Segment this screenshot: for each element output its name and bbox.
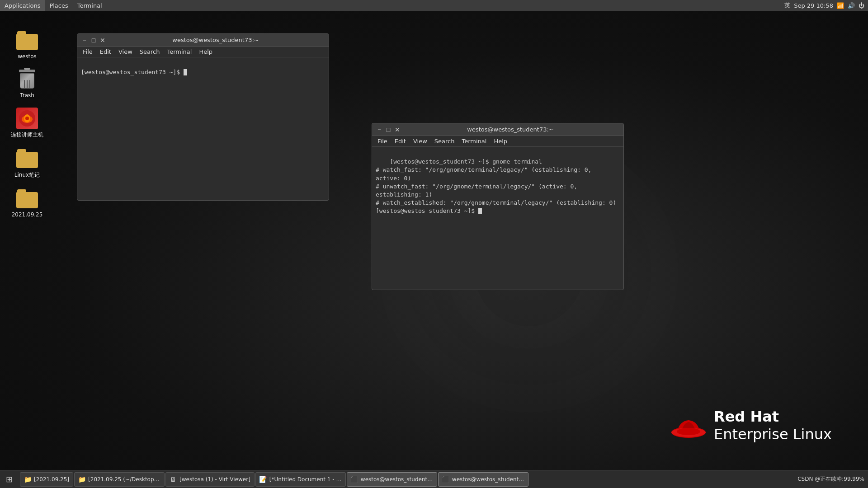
terminal2-line-0: [westos@westos_student73 ~]$ gnome-termi… (390, 158, 542, 165)
menubar-terminal[interactable]: Terminal (73, 0, 107, 11)
taskbar-gedit-icon: 📝 (259, 476, 267, 483)
terminal2-content[interactable]: [westos@westos_student73 ~]$ gnome-termi… (372, 147, 623, 290)
desktop-icon-connect[interactable]: 连接讲师主机 (4, 104, 51, 142)
terminal1-menu-terminal[interactable]: Terminal (163, 47, 195, 56)
taskbar: ⊞ 📁 [2021.09.25] 📁 [2021.09.25 (~/Deskto… (0, 470, 868, 488)
taskbar-terminal-icon-2: ⬛ (442, 476, 449, 483)
connect-icon (16, 108, 38, 129)
terminal1-menu-help[interactable]: Help (195, 47, 216, 56)
taskbar-terminal-icon-1: ⬛ (351, 476, 358, 483)
taskbar-item-virt[interactable]: 🖥 [westosa (1) - Virt Viewer] (165, 472, 255, 487)
taskbar-folder-icon-2: 📁 (78, 476, 85, 483)
terminal2-menu-terminal[interactable]: Terminal (458, 137, 490, 145)
menubar-places[interactable]: Places (45, 0, 72, 11)
terminal2-menu-view[interactable]: View (410, 137, 431, 145)
terminal1-menu-search[interactable]: Search (136, 47, 164, 56)
trash-icon (16, 69, 38, 90)
desktop-icon-linux-notes[interactable]: Linux笔记 (4, 144, 51, 183)
terminal1-controls: － □ ✕ (81, 37, 106, 44)
folder-icon-linux-notes (16, 148, 38, 169)
redhat-line2: Enterprise Linux (714, 426, 832, 443)
terminal2-line-2: # unwatch_fast: "/org/gnome/terminal/leg… (376, 183, 581, 198)
terminal2-line-4: [westos@westos_student73 ~]$ (376, 207, 478, 214)
taskbar-item-gedit[interactable]: 📝 [*Untitled Document 1 - gedit] (255, 472, 346, 487)
redhat-line1: Red Hat (714, 408, 832, 425)
taskbar-show-desktop-button[interactable]: ⊞ (2, 472, 16, 487)
menubar-left: Applications Places Terminal (0, 0, 107, 11)
folder-icon-westos (16, 30, 38, 52)
terminal1-menu-edit[interactable]: Edit (96, 47, 115, 56)
terminal1-titlebar: － □ ✕ westos@westos_student73:~ (77, 34, 329, 47)
taskbar-item-files1[interactable]: 📁 [2021.09.25] (20, 472, 73, 487)
svg-point-6 (25, 117, 29, 120)
terminal1-menu-file[interactable]: File (79, 47, 96, 56)
terminal2-close-button[interactable]: ✕ (394, 126, 401, 133)
terminal2-title: westos@westos_student73:~ (401, 126, 620, 133)
top-menubar: Applications Places Terminal 英 Sep 29 10… (0, 0, 868, 11)
terminal-window-1: － □ ✕ westos@westos_student73:~ File Edi… (77, 33, 329, 201)
menubar-lang: 英 (784, 1, 790, 9)
terminal2-menubar: FileEditViewSearchTerminalHelp (372, 136, 623, 147)
taskbar-item-term1[interactable]: ⬛ westos@westos_student73:~ (347, 472, 437, 487)
desktop-icon-label-trash: Trash (20, 92, 34, 99)
terminal2-menu-file[interactable]: File (374, 137, 391, 145)
desktop-icon-label-connect: 连接讲师主机 (11, 131, 43, 139)
terminal2-controls: － □ ✕ (376, 126, 401, 133)
taskbar-left: ⊞ (0, 472, 18, 487)
terminal1-menubar: File Edit View Search Terminal Help (77, 47, 329, 57)
terminal1-close-button[interactable]: ✕ (99, 37, 106, 44)
redhat-text: Red Hat Enterprise Linux (714, 408, 832, 443)
terminal1-maximize-button[interactable]: □ (90, 37, 97, 44)
desktop-icon-label-westos: westos (18, 53, 37, 60)
terminal2-titlebar: － □ ✕ westos@westos_student73:~ (372, 123, 623, 136)
menubar-right: 英 Sep 29 10:58 📶 🔊 ⏻ (784, 1, 868, 9)
terminal2-minimize-button[interactable]: － (376, 126, 383, 133)
terminal1-content[interactable]: [westos@westos_student73 ~]$ (77, 57, 329, 200)
taskbar-network-status: CSDN @正在续冲:99.99% (797, 475, 864, 483)
desktop-icon-label-linux-notes: Linux笔记 (14, 171, 40, 179)
taskbar-item-term2[interactable]: ⬛ westos@westos_student73:~ (438, 472, 528, 487)
terminal-window-2: － □ ✕ westos@westos_student73:~ FileEdit… (372, 123, 624, 290)
taskbar-item-files2[interactable]: 📁 [2021.09.25 (~/Desktop/2021.09.2... (74, 472, 165, 487)
terminal1-minimize-button[interactable]: － (81, 37, 88, 44)
taskbar-right: CSDN @正在续冲:99.99% (794, 475, 868, 483)
taskbar-item-label-term1: westos@westos_student73:~ (361, 476, 433, 483)
terminal1-title: westos@westos_student73:~ (106, 37, 325, 43)
desktop-icon-trash[interactable]: Trash (4, 65, 51, 102)
terminal1-cursor (184, 69, 187, 75)
taskbar-virt-icon: 🖥 (170, 476, 177, 483)
power-icon: ⏻ (859, 2, 864, 9)
desktop-icon-label-date-folder: 2021.09.25 (12, 211, 43, 218)
terminal2-menu-help[interactable]: Help (490, 137, 511, 145)
taskbar-item-label-files2: [2021.09.25 (~/Desktop/2021.09.2... (88, 476, 160, 483)
taskbar-item-label-virt: [westosa (1) - Virt Viewer] (179, 476, 250, 483)
taskbar-items: 📁 [2021.09.25] 📁 [2021.09.25 (~/Desktop/… (18, 472, 794, 487)
desktop-icon-date-folder[interactable]: 2021.09.25 (4, 184, 51, 221)
terminal2-menu-edit[interactable]: Edit (391, 137, 410, 145)
svg-point-10 (677, 428, 700, 435)
taskbar-folder-icon-1: 📁 (24, 476, 31, 483)
terminal2-cursor (478, 208, 482, 214)
desktop-icons: westos Trash (0, 22, 54, 228)
taskbar-item-label-term2: westos@westos_student73:~ (452, 476, 524, 483)
terminal2-maximize-button[interactable]: □ (385, 126, 392, 133)
folder-icon-date (16, 188, 38, 210)
terminal2-line-3: # watch_established: "/org/gnome/termina… (376, 199, 616, 206)
terminal1-menu-view[interactable]: View (115, 47, 136, 56)
desktop: westos Trash (0, 11, 868, 470)
volume-icon: 🔊 (848, 2, 855, 9)
terminal2-menu-search[interactable]: Search (431, 137, 458, 145)
taskbar-item-label-files1: [2021.09.25] (34, 476, 69, 483)
menubar-datetime: Sep 29 10:58 (794, 2, 833, 9)
desktop-icon-westos[interactable]: westos (4, 26, 51, 63)
taskbar-item-label-gedit: [*Untitled Document 1 - gedit] (269, 476, 342, 483)
redhat-hat-icon (670, 412, 707, 439)
redhat-logo: Red Hat Enterprise Linux (670, 408, 832, 443)
terminal1-prompt: [westos@westos_student73 ~]$ (81, 69, 184, 75)
terminal2-line-1: # watch_fast: "/org/gnome/terminal/legac… (376, 166, 595, 181)
network-icon: 📶 (837, 2, 844, 9)
menubar-applications[interactable]: Applications (0, 0, 45, 11)
